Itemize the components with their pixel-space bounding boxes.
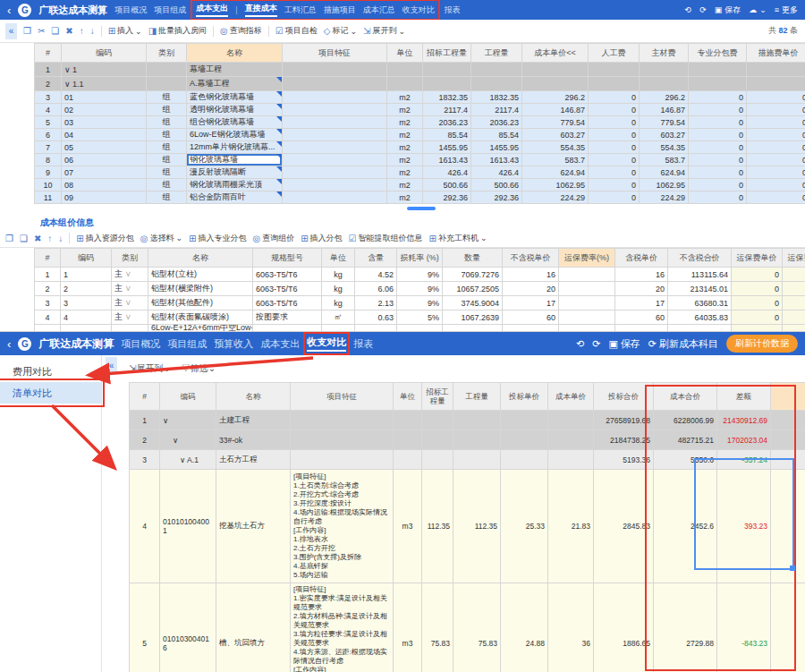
column-header[interactable]: 名称 (216, 383, 291, 411)
cell[interactable]: 85.54 (471, 129, 522, 141)
cell[interactable]: 0 (689, 179, 747, 191)
cell[interactable]: 3 (61, 296, 112, 310)
cell[interactable]: 09 (62, 191, 147, 204)
cell[interactable]: 5193.36 (594, 450, 654, 470)
cell[interactable]: 603.27 (640, 129, 689, 141)
cell[interactable]: 482715.21 (654, 430, 717, 450)
refresh-pricing-data-button[interactable]: 刷新计价数据 (726, 335, 798, 353)
cell[interactable] (501, 411, 548, 430)
cell[interactable]: 113115.64 (668, 268, 732, 282)
delete-icon[interactable]: ✖ (34, 234, 41, 243)
cell[interactable]: m2 (387, 166, 423, 179)
cell[interactable]: 9 (35, 166, 62, 179)
cell[interactable]: 主 (112, 268, 148, 282)
batch-insert-button[interactable]: ◨批量插入房间 (148, 25, 207, 37)
cell[interactable]: 2036.23 (471, 116, 522, 129)
cell[interactable] (443, 325, 503, 332)
cell[interactable]: m2 (387, 141, 423, 154)
cell[interactable]: 1455.95 (423, 141, 471, 154)
cell[interactable]: m2 (387, 116, 423, 129)
cell[interactable]: 9% (397, 282, 443, 296)
cell[interactable]: m3 (394, 583, 422, 672)
cell[interactable]: 2.13 (355, 296, 397, 310)
cell[interactable] (522, 63, 589, 77)
menu-cost-expense[interactable]: 成本支出 (196, 3, 228, 17)
tab-measure-items[interactable]: 措施项目 (324, 4, 356, 16)
cell[interactable]: 0 (689, 104, 747, 116)
refresh-cost-subjects-button[interactable]: ⟳刷新成本科目 (648, 337, 718, 351)
cell[interactable]: 292.36 (471, 191, 522, 204)
cell[interactable]: 11 (35, 191, 62, 204)
insert-subcontract-button[interactable]: ⊞插入专业分包 (189, 233, 246, 244)
cell[interactable]: kg (322, 268, 355, 282)
cell[interactable]: 土石方工程 (216, 450, 291, 470)
cell[interactable]: 296.2 (640, 91, 689, 104)
cell[interactable]: 10657.2505 (443, 282, 503, 296)
cell[interactable]: 2117.4 (471, 104, 522, 116)
cell[interactable]: 漫反射玻璃隔断 (187, 166, 283, 179)
expand-to-button[interactable]: ⇲展开到⌄ (129, 362, 171, 375)
cell[interactable]: 0 (783, 310, 805, 325)
cell[interactable] (589, 63, 640, 77)
cell[interactable] (422, 450, 453, 470)
cell[interactable]: ∨ (160, 430, 216, 450)
cell[interactable]: 85.54 (423, 129, 471, 141)
cell[interactable] (471, 77, 522, 91)
cell[interactable]: 1886.65 (594, 583, 654, 672)
cell[interactable] (291, 430, 394, 450)
cell[interactable]: 0 (732, 310, 783, 325)
cell[interactable]: 0 (589, 116, 640, 129)
cell[interactable]: 17 (615, 296, 668, 310)
cell[interactable]: 按图要求 (253, 310, 322, 325)
column-header[interactable]: 不含税合价 (668, 249, 732, 268)
cell[interactable]: 0.63 (355, 310, 397, 325)
cell[interactable]: 1613.43 (471, 154, 522, 166)
cell[interactable]: 5% (397, 310, 443, 325)
column-header[interactable]: 项目特征 (291, 383, 394, 411)
move-up-icon[interactable]: ↑ (47, 234, 52, 243)
cell[interactable] (397, 325, 443, 332)
cell[interactable]: 3 (35, 296, 61, 310)
copy-icon[interactable]: ❐ (23, 26, 31, 36)
cell[interactable] (422, 430, 453, 450)
cell[interactable] (147, 77, 187, 91)
column-header[interactable]: 运保费合价 (783, 249, 805, 268)
column-header[interactable]: 项目特征 (283, 44, 387, 63)
cell[interactable] (501, 430, 548, 450)
cell[interactable]: 02 (62, 104, 147, 116)
cell[interactable]: 0 (589, 91, 640, 104)
cell[interactable]: 1062.95 (522, 179, 589, 191)
cell[interactable]: 296.2 (522, 91, 589, 104)
cell[interactable]: 0 (747, 104, 805, 116)
cell[interactable]: 112.35 (453, 470, 501, 583)
cell[interactable]: 146.87 (640, 104, 689, 116)
cell[interactable]: 0 (747, 116, 805, 129)
cell[interactable]: 0 (747, 191, 805, 204)
cell[interactable]: 0 (589, 166, 640, 179)
menu-project-structure[interactable]: 项目组成 (167, 337, 207, 351)
menu-report[interactable]: 报表 (445, 4, 461, 16)
column-header[interactable]: 单位 (394, 383, 422, 411)
filter-button[interactable]: ▽筛选⌄ (182, 362, 216, 375)
cell[interactable]: 16 (615, 268, 668, 282)
column-header[interactable]: 主材费 (640, 44, 689, 63)
cell[interactable]: 779.54 (640, 116, 689, 129)
cell[interactable]: ∨ 1 (62, 63, 147, 77)
column-header[interactable]: 措施费单价 (747, 44, 805, 63)
cell[interactable]: -6.88% (771, 450, 805, 470)
cell[interactable]: 010101004001 (160, 470, 216, 583)
cell[interactable]: 4 (35, 310, 61, 325)
cell[interactable]: 0 (589, 154, 640, 166)
tab-labor-material-summary[interactable]: 工料汇总 (284, 4, 317, 16)
cell[interactable]: 0 (589, 129, 640, 141)
undo-icon[interactable]: ⟲ (685, 5, 692, 14)
cell[interactable] (615, 325, 668, 332)
cell[interactable]: -843.23 (717, 583, 771, 672)
undo-icon[interactable]: ⟲ (576, 338, 584, 350)
cell[interactable] (453, 430, 501, 450)
cell[interactable]: 36 (548, 583, 594, 672)
cell[interactable]: 0 (732, 282, 783, 296)
expand-to-button[interactable]: ⇲展开到⌄ (363, 25, 405, 37)
cell[interactable] (291, 411, 394, 430)
cell[interactable] (35, 325, 61, 332)
